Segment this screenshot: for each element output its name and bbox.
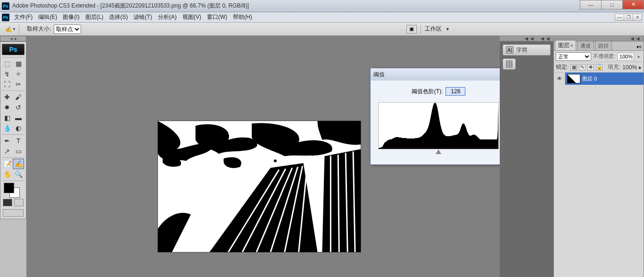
layers-panel: ◄◄ 图层× 通道 路径 ▾≡ 正常 不透明度: 100% ▸ 锁定: ▦ ✎ …: [553, 36, 644, 277]
eyedropper-tool[interactable]: ✍: [13, 159, 24, 169]
color-swatches[interactable]: [2, 182, 25, 198]
move-tool[interactable]: ⬚: [1, 58, 13, 69]
workspace-label[interactable]: 工作区: [425, 25, 442, 33]
layer-row[interactable]: 👁 图层 0: [554, 73, 644, 85]
notes-tool[interactable]: 📝: [1, 159, 13, 169]
blend-mode-select[interactable]: 正常: [556, 52, 591, 61]
lasso-tool[interactable]: ↯: [1, 69, 13, 79]
current-tool-icon[interactable]: ✍▾: [4, 24, 16, 34]
wand-tool[interactable]: ✧: [13, 69, 24, 79]
fill-label: 填充:: [608, 63, 620, 71]
gradient-tool[interactable]: ▬: [13, 113, 24, 123]
window-title: Adobe Photoshop CS3 Extended - [2345截图20…: [12, 2, 249, 10]
quickmask-mode[interactable]: [14, 199, 24, 206]
character-icon: A|: [506, 46, 513, 54]
menu-view[interactable]: 视图(V): [180, 12, 204, 22]
pen-tool[interactable]: ✒: [1, 136, 13, 146]
svg-point-11: [274, 159, 277, 162]
toolbox-collapse[interactable]: ◄◄: [0, 36, 26, 41]
tab-channels[interactable]: 通道: [577, 41, 594, 50]
history-brush-tool[interactable]: ↺: [13, 102, 24, 113]
titlebar: Ps Adobe Photoshop CS3 Extended - [2345截…: [0, 0, 644, 12]
panel-menu-icon[interactable]: ▾≡: [635, 43, 644, 50]
strip-arrows-1[interactable]: ◄◄: [523, 35, 535, 42]
dialog-title: 阈值: [373, 71, 385, 79]
zoom-tool[interactable]: 🔍: [13, 169, 24, 179]
svg-line-8: [338, 155, 339, 252]
menu-help[interactable]: 帮助(H): [230, 12, 255, 22]
panel-collapse[interactable]: ◄◄: [629, 35, 641, 42]
svg-point-12: [311, 152, 314, 156]
menu-file[interactable]: 文件(F): [11, 12, 35, 22]
menu-edit[interactable]: 编辑(E): [35, 12, 60, 22]
sample-size-label: 取样大小:: [27, 25, 51, 33]
document-canvas[interactable]: [157, 121, 361, 253]
visibility-toggle[interactable]: 👁: [554, 73, 565, 85]
close-button[interactable]: ✕: [622, 0, 644, 9]
options-bar: ✍▾ 取样大小: 取样点 ▣ 工作区 ▼: [0, 23, 644, 36]
marquee-tool[interactable]: ▦: [13, 58, 24, 69]
slice-tool[interactable]: ✂: [13, 79, 24, 90]
doc-minimize-button[interactable]: —: [615, 14, 624, 21]
histogram: [378, 102, 499, 149]
fill-value[interactable]: 100%: [622, 64, 637, 71]
sample-size-select[interactable]: 取样点: [54, 24, 81, 34]
shape-tool[interactable]: ▭: [13, 146, 24, 156]
menu-layer[interactable]: 图层(L): [83, 12, 107, 22]
info-panel-button[interactable]: ⓘ: [503, 58, 516, 70]
lock-all-icon[interactable]: 🔒: [596, 64, 603, 71]
stamp-tool[interactable]: ✹: [1, 102, 13, 113]
tab-layers[interactable]: 图层×: [555, 40, 576, 50]
standard-mode[interactable]: [3, 199, 12, 206]
workspace-arrow-icon[interactable]: ▼: [446, 27, 450, 32]
app-mini-icon: Ps: [2, 14, 9, 21]
menu-window[interactable]: 窗口(W): [204, 12, 230, 22]
lock-paint-icon[interactable]: ✎: [579, 64, 586, 71]
threshold-image: [158, 121, 361, 252]
hand-tool[interactable]: ✋: [1, 169, 13, 179]
right-dock: ◄◄◄◄ A|字符 ⓘ ◄◄ 图层× 通道 路径 ▾≡ 正常 不透明度: 100…: [500, 36, 644, 277]
type-tool[interactable]: T: [13, 136, 24, 146]
opacity-value[interactable]: 100%: [617, 53, 634, 60]
screen-mode-icon[interactable]: ▣: [406, 25, 417, 33]
menu-image[interactable]: 图像(I): [60, 12, 82, 22]
doc-close-button[interactable]: ✕: [633, 14, 642, 21]
threshold-level-label: 阈值色阶(T):: [412, 88, 443, 96]
strip-arrows-2[interactable]: ◄◄: [539, 35, 551, 42]
threshold-level-input[interactable]: [446, 87, 465, 96]
threshold-slider[interactable]: [378, 149, 499, 157]
brush-tool[interactable]: 🖌: [13, 92, 24, 102]
doc-restore-button[interactable]: ❐: [624, 14, 633, 21]
layer-name[interactable]: 图层 0: [582, 75, 597, 82]
foreground-color[interactable]: [4, 183, 14, 193]
maximize-button[interactable]: □: [601, 0, 623, 9]
dodge-tool[interactable]: ◐: [13, 123, 24, 133]
opacity-arrow-icon[interactable]: ▸: [636, 54, 642, 59]
menu-filter[interactable]: 滤镜(T): [131, 12, 155, 22]
fill-arrow-icon[interactable]: ▸: [639, 64, 642, 71]
collapsed-panels-strip: ◄◄◄◄ A|字符 ⓘ: [500, 36, 553, 277]
toolbox: Ps ⬚▦ ↯✧ ⛶✂ ✚🖌 ✹↺ ◧▬ 💧◐ ✒T ↗▭ 📝✍ ✋🔍: [0, 41, 26, 219]
crop-tool[interactable]: ⛶: [1, 79, 13, 90]
menu-analysis[interactable]: 分析(A): [155, 12, 180, 22]
menu-select[interactable]: 选择(S): [106, 12, 131, 22]
screen-mode-button[interactable]: [3, 209, 24, 217]
lock-label: 锁定:: [556, 63, 569, 71]
opacity-label: 不透明度:: [593, 53, 615, 60]
minimize-button[interactable]: —: [580, 0, 602, 9]
lock-position-icon[interactable]: ✥: [587, 64, 594, 71]
blur-tool[interactable]: 💧: [1, 123, 13, 133]
lock-pixels-icon[interactable]: ▦: [570, 64, 577, 71]
layer-thumbnail[interactable]: [567, 74, 580, 83]
tab-paths[interactable]: 路径: [595, 41, 612, 50]
menubar: Ps 文件(F) 编辑(E) 图像(I) 图层(L) 选择(S) 滤镜(T) 分…: [0, 12, 644, 23]
ps-logo: Ps: [2, 44, 25, 55]
character-panel-button[interactable]: A|字符: [503, 44, 551, 56]
layer-list[interactable]: 👁 图层 0: [554, 73, 644, 277]
threshold-slider-handle[interactable]: [436, 149, 441, 154]
app-icon: Ps: [2, 2, 9, 10]
heal-tool[interactable]: ✚: [1, 92, 13, 102]
info-icon: ⓘ: [506, 60, 512, 68]
eraser-tool[interactable]: ◧: [1, 113, 13, 123]
path-tool[interactable]: ↗: [1, 146, 13, 156]
